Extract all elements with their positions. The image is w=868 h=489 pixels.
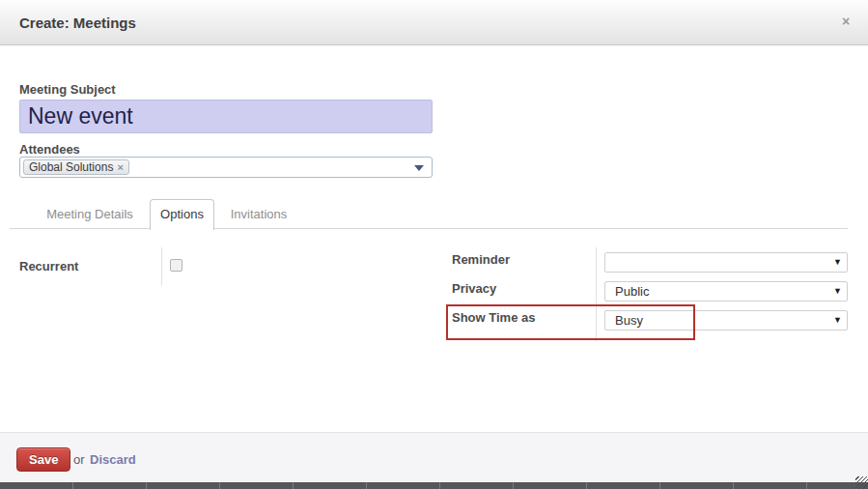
recurrent-checkbox[interactable] <box>170 259 182 272</box>
dialog-header: Create: Meetings × <box>0 0 868 45</box>
privacy-select[interactable]: Public ▼ <box>604 281 848 302</box>
close-icon[interactable]: × <box>837 13 854 30</box>
meeting-subject-input[interactable] <box>19 100 433 133</box>
column-divider <box>596 247 597 341</box>
dialog-title: Create: Meetings <box>19 0 136 45</box>
tab-invitations[interactable]: Invitations <box>220 200 297 229</box>
select-arrow-icon: ▼ <box>833 315 842 325</box>
reminder-label: Reminder <box>452 252 510 267</box>
show-time-as-select[interactable]: Busy ▼ <box>604 310 848 331</box>
tab-options[interactable]: Options <box>150 199 214 230</box>
show-time-as-value: Busy <box>615 311 643 331</box>
select-arrow-icon: ▼ <box>833 286 842 296</box>
meeting-subject-label: Meeting Subject <box>19 82 116 97</box>
select-arrow-icon: ▼ <box>833 257 842 267</box>
tag-remove-icon[interactable]: × <box>117 160 123 174</box>
recurrent-label: Recurrent <box>19 259 78 273</box>
dropdown-arrow-icon[interactable] <box>414 165 424 171</box>
attendees-input[interactable]: Global Solutions× <box>19 157 433 178</box>
attendees-label: Attendees <box>19 142 80 157</box>
privacy-value: Public <box>615 282 649 302</box>
resize-handle[interactable] <box>855 476 868 489</box>
background-page-strip <box>0 482 868 489</box>
reminder-select[interactable]: ▼ <box>604 252 848 273</box>
tab-meeting-details[interactable]: Meeting Details <box>31 200 149 229</box>
create-meetings-dialog: Create: Meetings × Meeting Subject Atten… <box>0 0 868 489</box>
attendee-tag: Global Solutions× <box>23 159 129 175</box>
discard-link[interactable]: Discard <box>90 452 136 467</box>
dialog-footer: Save or Discard <box>0 432 868 482</box>
save-button[interactable]: Save <box>16 447 70 472</box>
or-text: or <box>73 452 85 467</box>
column-divider <box>161 247 162 286</box>
attendee-tag-label: Global Solutions <box>29 160 113 174</box>
show-time-as-label: Show Time as <box>452 310 535 325</box>
privacy-label: Privacy <box>452 281 496 296</box>
